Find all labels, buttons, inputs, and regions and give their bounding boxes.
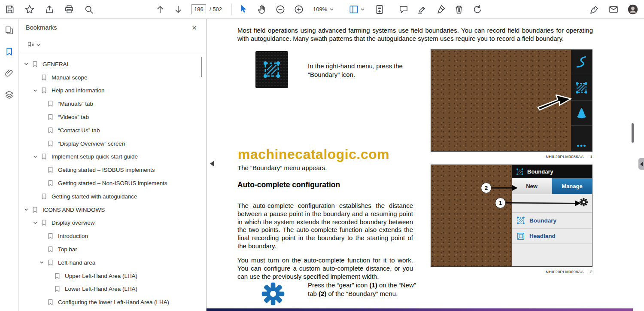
page-number-input[interactable] (191, 4, 206, 14)
bookmark-icon (55, 286, 60, 292)
star-icon (24, 4, 35, 15)
scroll-mode-icon (374, 4, 385, 15)
bookmark-label: Help and information (52, 87, 105, 94)
bookmark-label: Getting started with autoguidance (52, 193, 137, 200)
attachments-panel-button[interactable] (3, 67, 15, 80)
layers-panel-button[interactable] (3, 89, 15, 102)
profile-button[interactable] (626, 3, 640, 16)
highlight-button[interactable] (416, 3, 428, 16)
bookmark-icon (41, 74, 47, 81)
mail-icon (608, 4, 619, 15)
sidebar-item-configuring-lower-lha[interactable]: Configuring the lower Left-Hand Area (LH… (19, 296, 206, 309)
attachments-icon (4, 68, 14, 78)
zoom-level-value: 109% (313, 6, 327, 12)
select-tool-button[interactable] (237, 3, 250, 16)
figure-number: 2 (590, 269, 592, 274)
zoom-out-button[interactable] (274, 3, 287, 16)
bookmarks-options-button[interactable] (26, 40, 42, 50)
page-count-label: / 502 (210, 6, 222, 12)
chevron-down-icon[interactable] (24, 62, 28, 66)
request-signature-button[interactable] (588, 3, 601, 16)
bookmark-icon (48, 101, 53, 107)
sidebar-item-display-overview-screen[interactable]: “Display Overview” screen (19, 137, 206, 150)
star-button[interactable] (23, 3, 36, 16)
sidebar-item-getting-started-autoguidance[interactable]: Getting started with autoguidance (19, 190, 206, 203)
chevron-down-icon[interactable] (39, 260, 44, 265)
sidebar-item-contact-us-tab[interactable]: “Contact Us” tab (19, 124, 206, 137)
sidebar-item-manuals-tab[interactable]: “Manuals” tab (19, 97, 206, 110)
save-button[interactable] (3, 3, 16, 16)
sidebar-item-getting-started-non-isobus[interactable]: Getting started – Non-ISOBUS implements (19, 177, 206, 190)
sidebar-item-display-overview[interactable]: Display overview (19, 216, 206, 230)
sidebar-item-icons-and-windows[interactable]: ICONS AND WINDOWS (19, 203, 206, 216)
previous-page-button[interactable] (154, 3, 167, 16)
share-button[interactable] (43, 3, 56, 16)
figure-2-image: Boundary New Manage Boundary Headland 2 … (431, 165, 592, 267)
avatar (627, 3, 639, 15)
bookmark-label: Left-hand area (58, 259, 95, 266)
hand-tool-button[interactable] (255, 3, 268, 16)
chevron-down-icon (36, 44, 40, 46)
bookmark-icon (41, 87, 47, 94)
right-hand-menu (571, 50, 592, 151)
select-tool-icon (238, 4, 249, 15)
chevron-down-icon[interactable] (33, 155, 37, 159)
sidebar-item-lower-lha[interactable]: Lower Left-Hand Area (LHA) (19, 283, 206, 296)
print-button[interactable] (63, 3, 76, 16)
document-scrollbar-thumb[interactable] (632, 123, 634, 143)
bookmark-icon (48, 140, 53, 147)
figure-1-image (431, 49, 592, 152)
chevron-down-icon[interactable] (24, 207, 28, 212)
zoom-in-button[interactable] (292, 3, 305, 16)
collapse-panel-handle[interactable] (210, 161, 214, 167)
bookmark-icon (32, 207, 38, 213)
zoom-level-dropdown[interactable]: 109% (310, 6, 336, 13)
sidebar-item-upper-lha[interactable]: Upper Left-Hand Area (LHA) (19, 269, 206, 283)
boundary-icon (261, 59, 282, 80)
delete-button[interactable] (453, 3, 465, 16)
bookmark-label: Top bar (58, 246, 77, 253)
bookmark-label: Getting started – Non-ISOBUS implements (58, 180, 167, 186)
highlight-icon (416, 4, 428, 15)
next-page-button[interactable] (172, 3, 185, 16)
bookmark-label: ICONS AND WINDOWS (43, 207, 105, 213)
rotate-view-button[interactable] (471, 3, 484, 16)
bookmark-label: Implement setup quick-start guide (52, 153, 138, 160)
sidebar-item-introduction[interactable]: Introduction (19, 229, 206, 243)
sidebar-item-getting-started-isobus[interactable]: Getting started – ISOBUS implements (19, 163, 206, 177)
watermark: machinecatalogic.com (238, 146, 389, 162)
comment-button[interactable] (397, 3, 410, 16)
bookmark-label: “Contact Us” tab (58, 127, 100, 134)
panel-scrollbar-thumb[interactable] (201, 57, 202, 77)
sidebar-item-videos-tab[interactable]: “Videos” tab (19, 110, 206, 124)
sidebar-item-help-and-information[interactable]: Help and information (19, 84, 206, 98)
figure-code: NHIL20PLM0086AA (546, 154, 584, 159)
chevron-down-icon[interactable] (33, 88, 37, 93)
bookmark-label: Getting started – ISOBUS implements (58, 167, 155, 173)
panel-close-button[interactable]: × (189, 23, 199, 33)
chevron-down-icon[interactable] (33, 221, 37, 225)
figure-2-caption: NHIL20PLM0098AA 2 (431, 269, 592, 274)
toolbar-divider (231, 4, 232, 15)
fill-sign-button[interactable] (434, 3, 447, 16)
cone-icon (574, 106, 589, 120)
page-display-dropdown[interactable] (347, 3, 365, 16)
section-heading: Auto-complete configuration (237, 180, 340, 189)
right-panel-handle[interactable] (638, 158, 644, 170)
bookmark-icon (48, 167, 53, 173)
sidebar-item-top-bar[interactable]: Top bar (19, 243, 206, 256)
sidebar-item-manual-scope[interactable]: Manual scope (19, 71, 206, 84)
zoom-out-icon (275, 4, 286, 15)
chevron-down-icon (330, 8, 334, 11)
sidebar-item-left-hand-area[interactable]: Left-hand area (19, 256, 206, 269)
bookmarks-panel-button[interactable] (3, 46, 15, 59)
page-thumbnails-panel-button[interactable] (3, 24, 15, 37)
bookmark-icon (41, 220, 47, 226)
sidebar-item-general[interactable]: GENERAL (19, 58, 206, 71)
search-button[interactable] (82, 3, 95, 16)
email-button[interactable] (607, 3, 620, 16)
scroll-mode-button[interactable] (373, 3, 386, 16)
search-icon (83, 4, 94, 15)
callout-1: 1 (495, 198, 506, 208)
sidebar-item-implement-setup-guide[interactable]: Implement setup quick-start guide (19, 150, 206, 164)
